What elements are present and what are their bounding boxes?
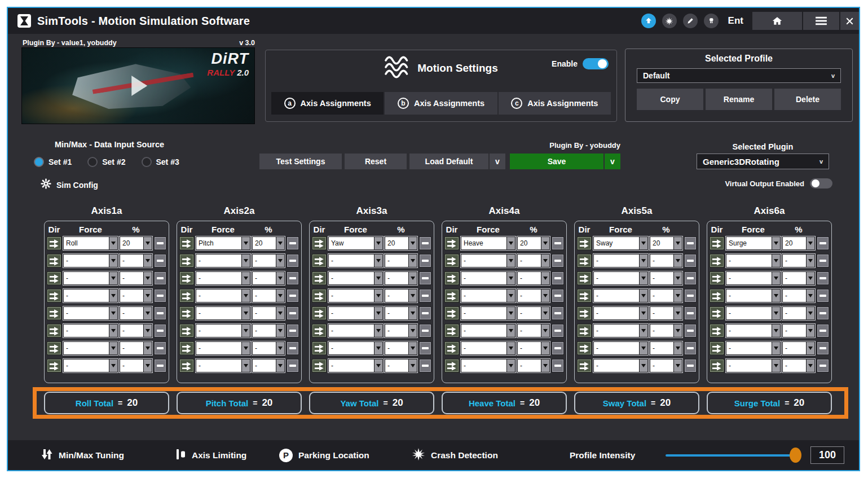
percent-select[interactable]: -: [120, 341, 152, 355]
force-select[interactable]: -: [726, 324, 781, 337]
direction-button[interactable]: [179, 236, 194, 250]
percent-select[interactable]: 20: [120, 236, 152, 250]
dropdown-arrow-icon[interactable]: [772, 359, 780, 372]
dropdown-arrow-icon[interactable]: [241, 255, 250, 267]
dropdown-arrow-icon[interactable]: [506, 290, 515, 302]
dropdown-arrow-icon[interactable]: [241, 359, 250, 372]
direction-button[interactable]: [444, 271, 459, 285]
dropdown-arrow-icon[interactable]: [276, 272, 284, 284]
direction-button[interactable]: [710, 254, 724, 267]
dropdown-arrow-icon[interactable]: [374, 324, 382, 337]
force-select[interactable]: -: [63, 324, 118, 337]
direction-button[interactable]: [179, 306, 194, 320]
dropdown-arrow-icon[interactable]: [806, 307, 814, 319]
percent-select[interactable]: -: [120, 254, 152, 267]
direction-button[interactable]: [710, 359, 724, 372]
dropdown-arrow-icon[interactable]: [772, 307, 780, 319]
remove-assignment-button[interactable]: [287, 236, 299, 250]
crash-detection-button[interactable]: Crash Detection: [412, 440, 498, 470]
dropdown-arrow-icon[interactable]: [541, 255, 549, 267]
remove-assignment-button[interactable]: [552, 341, 564, 355]
percent-select[interactable]: -: [782, 306, 815, 320]
dropdown-arrow-icon[interactable]: [408, 255, 417, 267]
force-select[interactable]: -: [461, 324, 515, 337]
dropdown-arrow-icon[interactable]: [109, 342, 117, 354]
remove-assignment-button[interactable]: [684, 236, 697, 250]
tab-axis-assignments-b[interactable]: b Axis Assignments: [385, 92, 497, 115]
dropdown-arrow-icon[interactable]: [109, 359, 117, 372]
dropdown-arrow-icon[interactable]: [276, 237, 284, 249]
percent-select[interactable]: -: [517, 324, 550, 337]
dropdown-arrow-icon[interactable]: [639, 272, 647, 284]
direction-button[interactable]: [444, 254, 459, 267]
percent-select[interactable]: -: [517, 271, 550, 285]
direction-button[interactable]: [179, 341, 194, 355]
dropdown-arrow-icon[interactable]: [772, 237, 780, 249]
remove-assignment-button[interactable]: [817, 271, 829, 285]
percent-select[interactable]: -: [782, 341, 815, 355]
dropdown-arrow-icon[interactable]: [673, 272, 682, 284]
percent-select[interactable]: -: [120, 289, 152, 302]
percent-select[interactable]: -: [650, 341, 682, 355]
force-select[interactable]: Pitch: [196, 236, 250, 250]
direction-button[interactable]: [47, 306, 61, 320]
dropdown-arrow-icon[interactable]: [109, 324, 117, 337]
dropdown-arrow-icon[interactable]: [408, 237, 417, 249]
force-select[interactable]: -: [593, 324, 648, 337]
dropdown-arrow-icon[interactable]: [374, 272, 382, 284]
percent-select[interactable]: 20: [517, 236, 550, 250]
dropdown-arrow-icon[interactable]: [806, 359, 814, 372]
percent-select[interactable]: -: [650, 306, 682, 320]
remove-assignment-button[interactable]: [154, 306, 166, 320]
radio-set-2[interactable]: Set #2: [87, 157, 125, 167]
direction-button[interactable]: [312, 271, 327, 285]
enable-toggle[interactable]: [583, 58, 609, 69]
plugin-select[interactable]: Generic3DRotating v: [697, 154, 829, 169]
dropdown-arrow-icon[interactable]: [241, 307, 250, 319]
save-dropdown-button[interactable]: v: [605, 154, 620, 169]
dropdown-arrow-icon[interactable]: [276, 342, 284, 354]
percent-select[interactable]: -: [782, 289, 815, 302]
dropdown-arrow-icon[interactable]: [143, 237, 152, 249]
dropdown-arrow-icon[interactable]: [673, 290, 682, 302]
force-select[interactable]: -: [726, 289, 781, 302]
direction-button[interactable]: [312, 359, 327, 372]
percent-select[interactable]: -: [650, 359, 682, 372]
direction-button[interactable]: [444, 289, 459, 302]
force-select[interactable]: -: [328, 289, 383, 302]
remove-assignment-button[interactable]: [154, 254, 166, 267]
dropdown-arrow-icon[interactable]: [374, 237, 382, 249]
dropdown-arrow-icon[interactable]: [374, 359, 382, 372]
remove-assignment-button[interactable]: [419, 306, 431, 320]
dropdown-arrow-icon[interactable]: [806, 255, 814, 267]
direction-button[interactable]: [577, 359, 592, 372]
tab-axis-assignments-a[interactable]: a Axis Assignments: [271, 92, 384, 115]
dropdown-arrow-icon[interactable]: [639, 324, 647, 337]
direction-button[interactable]: [179, 289, 194, 302]
radio-set-1[interactable]: Set #1: [34, 157, 72, 167]
remove-assignment-button[interactable]: [154, 289, 166, 302]
direction-button[interactable]: [179, 271, 194, 285]
save-button[interactable]: Save: [510, 154, 603, 169]
force-select[interactable]: -: [461, 271, 515, 285]
dropdown-arrow-icon[interactable]: [276, 255, 284, 267]
dropdown-arrow-icon[interactable]: [408, 307, 417, 319]
direction-button[interactable]: [577, 306, 592, 320]
force-select[interactable]: -: [328, 271, 383, 285]
remove-assignment-button[interactable]: [817, 254, 829, 267]
dropdown-arrow-icon[interactable]: [506, 342, 515, 354]
remove-assignment-button[interactable]: [817, 289, 829, 302]
direction-button[interactable]: [47, 289, 61, 302]
percent-select[interactable]: -: [120, 306, 152, 320]
force-select[interactable]: -: [593, 341, 648, 355]
dropdown-arrow-icon[interactable]: [109, 307, 117, 319]
percent-select[interactable]: 20: [782, 236, 815, 250]
dropdown-arrow-icon[interactable]: [374, 290, 382, 302]
remove-assignment-button[interactable]: [817, 359, 829, 372]
dropdown-arrow-icon[interactable]: [241, 324, 250, 337]
percent-select[interactable]: -: [120, 324, 152, 337]
percent-select[interactable]: -: [517, 341, 550, 355]
dropdown-arrow-icon[interactable]: [772, 272, 780, 284]
dropdown-arrow-icon[interactable]: [408, 359, 417, 372]
direction-button[interactable]: [444, 359, 459, 372]
